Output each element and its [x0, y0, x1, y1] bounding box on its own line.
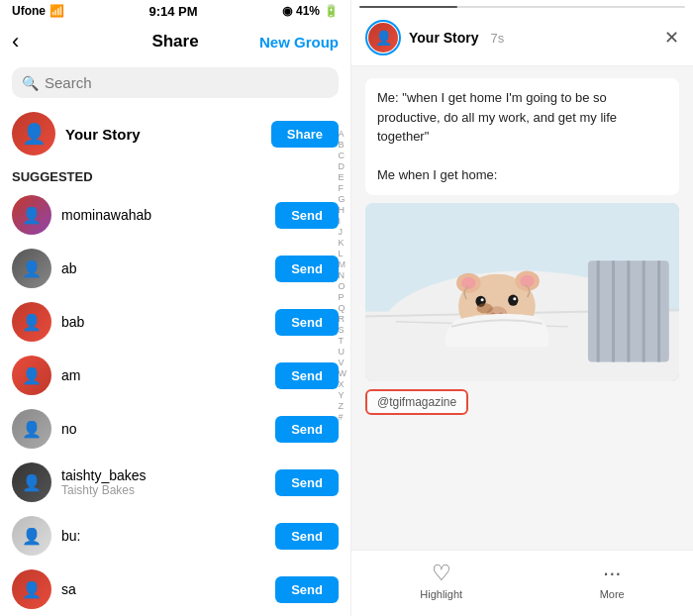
send-button[interactable]: Send: [275, 256, 339, 282]
contact-info: ab: [61, 260, 77, 276]
your-story-label: Your Story: [65, 126, 141, 143]
svg-point-15: [520, 275, 534, 287]
contact-left: 👤 bab: [12, 302, 84, 342]
avatar: 👤: [12, 462, 51, 502]
meme-svg: [365, 203, 679, 381]
status-left: Ufone 📶: [12, 4, 64, 18]
avatar: 👤: [12, 195, 51, 235]
contact-row: 👤 bab Send: [0, 295, 350, 349]
share-header: ‹ Share New Group: [0, 22, 350, 61]
right-panel: 👤 Your Story 7s ✕ Me: "when I get home I…: [351, 0, 693, 616]
story-text-block: Me: "when I get home I'm going to be so …: [365, 78, 679, 195]
contact-row: 👤 sa Send: [0, 563, 350, 616]
contact-name: ab: [61, 260, 77, 276]
new-group-button[interactable]: New Group: [259, 34, 339, 51]
contact-info: taishty_bakes Taishty Bakes: [61, 467, 147, 497]
story-content: Me: "when I get home I'm going to be so …: [351, 66, 693, 550]
send-button[interactable]: Send: [275, 202, 339, 229]
story-tag: @tgifmagazine: [365, 389, 468, 415]
contact-name: sa: [61, 581, 76, 597]
more-icon: ···: [603, 561, 621, 586]
status-time: 9:14 PM: [148, 4, 197, 19]
meme-image: [365, 203, 679, 381]
send-button[interactable]: Send: [275, 576, 339, 603]
contact-name: mominawahab: [61, 207, 151, 223]
back-button[interactable]: ‹: [12, 29, 19, 54]
svg-point-21: [481, 299, 484, 302]
contact-left: 👤 taishty_bakes Taishty Bakes: [12, 462, 147, 502]
svg-point-23: [476, 304, 492, 314]
contact-row: 👤 taishty_bakes Taishty Bakes Send: [0, 456, 350, 509]
close-button[interactable]: ✕: [664, 27, 679, 49]
send-button[interactable]: Send: [275, 523, 339, 550]
story-header: 👤 Your Story 7s ✕: [351, 10, 693, 66]
story-bottom-bar: ♡ Highlight ··· More: [351, 550, 693, 616]
story-time: 7s: [491, 31, 505, 46]
avatar: 👤: [12, 569, 51, 609]
svg-point-22: [513, 298, 516, 301]
your-story-row: 👤 Your Story Share: [0, 104, 350, 163]
your-story-avatar: 👤: [12, 112, 55, 155]
story-username: Your Story: [409, 30, 479, 46]
contact-left: 👤 bu:: [12, 516, 80, 556]
contact-name: bab: [61, 314, 84, 330]
contact-left: 👤 no: [12, 409, 77, 449]
contact-row: 👤 bu: Send: [0, 509, 350, 563]
search-bar[interactable]: 🔍: [12, 67, 339, 98]
your-story-share-button[interactable]: Share: [271, 121, 339, 148]
contact-row: 👤 mominawahab Send: [0, 188, 350, 242]
contact-left: 👤 am: [12, 356, 80, 395]
contact-row: 👤 ab Send: [0, 242, 350, 295]
story-left: 👤 Your Story: [12, 112, 141, 155]
contact-left: 👤 sa: [12, 569, 76, 609]
contact-row: 👤 no Send: [0, 402, 350, 456]
send-button[interactable]: Send: [275, 362, 339, 389]
progress-bar-fill: [359, 6, 457, 8]
contact-info: sa: [61, 581, 76, 597]
send-button[interactable]: Send: [275, 469, 339, 496]
more-button[interactable]: ··· More: [600, 561, 625, 600]
story-text-2: Me when I get home:: [377, 165, 667, 185]
search-input[interactable]: [45, 74, 329, 91]
progress-bar-container: [351, 0, 693, 10]
send-button[interactable]: Send: [275, 416, 339, 443]
svg-point-20: [508, 295, 518, 306]
heart-icon: ♡: [432, 561, 451, 586]
avatar: 👤: [12, 356, 51, 395]
status-right: ◉ 41% 🔋: [282, 4, 339, 18]
status-bar: Ufone 📶 9:14 PM ◉ 41% 🔋: [0, 0, 350, 22]
story-header-left: 👤 Your Story 7s: [365, 20, 504, 55]
search-icon: 🔍: [22, 75, 39, 91]
story-avatar-ring: 👤: [365, 20, 401, 55]
highlight-button[interactable]: ♡ Highlight: [420, 561, 462, 600]
more-label: More: [600, 588, 625, 600]
avatar: 👤: [12, 249, 51, 288]
wifi-icon: 📶: [50, 4, 64, 18]
carrier-text: Ufone: [12, 4, 46, 18]
contact-info: mominawahab: [61, 207, 151, 223]
contact-name: taishty_bakes: [61, 467, 147, 483]
svg-point-14: [461, 277, 475, 289]
gps-icon: ◉: [282, 4, 292, 18]
story-avatar: 👤: [368, 23, 398, 52]
suggested-label: SUGGESTED: [0, 163, 350, 188]
highlight-label: Highlight: [420, 588, 462, 600]
contact-info: am: [61, 367, 80, 383]
avatar: 👤: [12, 409, 51, 449]
contacts-list: 👤 mominawahab Send 👤 ab Send 👤 bab: [0, 188, 350, 616]
avatar: 👤: [12, 516, 51, 556]
contact-row: 👤 am Send: [0, 349, 350, 402]
alphabet-sidebar: A B C D E F G H I J K L M N O P Q R S T …: [339, 129, 347, 422]
contact-left: 👤 mominawahab: [12, 195, 151, 235]
story-text-1: Me: "when I get home I'm going to be so …: [377, 88, 667, 147]
contact-info: bu:: [61, 528, 80, 544]
contact-name: am: [61, 367, 80, 383]
send-button[interactable]: Send: [275, 309, 339, 336]
contact-subtitle: Taishty Bakes: [61, 483, 147, 497]
contact-left: 👤 ab: [12, 249, 77, 288]
contact-name: no: [61, 421, 77, 437]
left-panel: Ufone 📶 9:14 PM ◉ 41% 🔋 ‹ Share New Grou…: [0, 0, 351, 616]
contact-info: bab: [61, 314, 84, 330]
progress-bar-track: [359, 6, 685, 8]
signal-text: 41%: [296, 4, 320, 18]
